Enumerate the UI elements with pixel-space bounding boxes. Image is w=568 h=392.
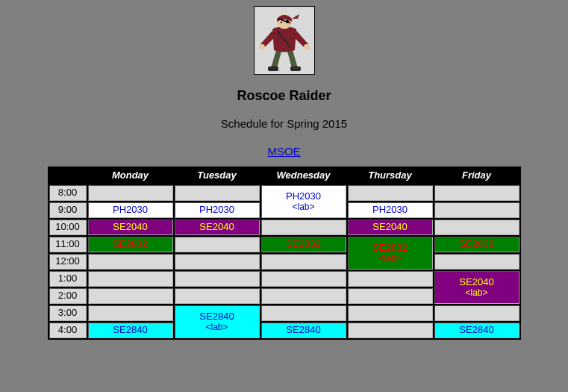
cell-se2832: SE2832 xyxy=(434,237,519,252)
svg-rect-1 xyxy=(268,66,278,71)
header-row: Monday Tuesday Wednesday Thursday Friday xyxy=(49,168,519,184)
cell xyxy=(261,271,346,287)
time-1300: 1:00 xyxy=(49,271,87,287)
cell xyxy=(175,185,260,201)
cell xyxy=(88,185,173,201)
cell xyxy=(88,271,173,287)
cell-se2840: SE2840 xyxy=(434,323,519,338)
svg-point-4 xyxy=(304,44,310,50)
cell-se2832-lab: SE2832<lab> xyxy=(348,237,433,270)
time-0900: 9:00 xyxy=(49,202,87,218)
cell xyxy=(261,288,346,304)
cell-se2840-lab: SE2840<lab> xyxy=(175,305,260,338)
time-1200: 12:00 xyxy=(49,254,87,270)
time-0800: 8:00 xyxy=(49,185,87,201)
day-header-thu: Thursday xyxy=(348,168,433,184)
cell-se2832: SE2832 xyxy=(88,237,173,252)
corner-cell xyxy=(49,168,87,184)
cell xyxy=(175,271,260,287)
cell-se2040-lab: SE2040<lab> xyxy=(434,271,519,304)
cell xyxy=(434,220,519,235)
cell-ph2030: PH2030 xyxy=(175,202,260,218)
time-1000: 10:00 xyxy=(49,220,87,235)
cell xyxy=(261,305,346,321)
time-1600: 4:00 xyxy=(49,323,87,338)
day-header-fri: Friday xyxy=(434,168,519,184)
svg-point-8 xyxy=(285,20,288,23)
cell xyxy=(88,254,173,270)
cell-ph2030: PH2030 xyxy=(348,202,433,218)
mascot-image xyxy=(254,6,315,75)
cell xyxy=(88,288,173,304)
time-1100: 11:00 xyxy=(49,237,87,252)
cell-se2832: SE2832 xyxy=(261,237,346,252)
time-1500: 3:00 xyxy=(49,305,87,321)
svg-point-9 xyxy=(280,22,281,23)
cell-se2840: SE2840 xyxy=(88,323,173,338)
cell xyxy=(88,305,173,321)
schedule-table: Monday Tuesday Wednesday Thursday Friday… xyxy=(48,167,521,340)
cell xyxy=(348,271,433,287)
svg-rect-2 xyxy=(290,66,301,71)
cell xyxy=(434,185,519,201)
cell xyxy=(348,305,433,321)
cell xyxy=(434,202,519,218)
day-header-tue: Tuesday xyxy=(175,168,260,184)
cell-se2040: SE2040 xyxy=(88,220,173,235)
cell xyxy=(175,237,260,252)
cell xyxy=(261,220,346,235)
day-header-mon: Monday xyxy=(88,168,173,184)
page-subtitle: Schedule for Spring 2015 xyxy=(0,117,568,130)
cell-ph2030-lab: PH2030<lab> xyxy=(261,185,346,218)
cell-ph2030: PH2030 xyxy=(88,202,173,218)
cell xyxy=(175,288,260,304)
cell xyxy=(261,254,346,270)
cell xyxy=(348,288,433,304)
cell xyxy=(175,254,260,270)
cell-se2040: SE2040 xyxy=(348,220,433,235)
cell xyxy=(434,254,519,270)
msoe-link[interactable]: MSOE xyxy=(267,145,300,158)
time-1400: 2:00 xyxy=(49,288,87,304)
svg-point-3 xyxy=(259,44,265,50)
cell xyxy=(348,185,433,201)
cell-se2840: SE2840 xyxy=(261,323,346,338)
cell xyxy=(348,323,433,338)
page-title: Roscoe Raider xyxy=(0,88,568,104)
cell xyxy=(434,305,519,321)
day-header-wed: Wednesday xyxy=(261,168,346,184)
cell-se2040: SE2040 xyxy=(175,220,260,235)
